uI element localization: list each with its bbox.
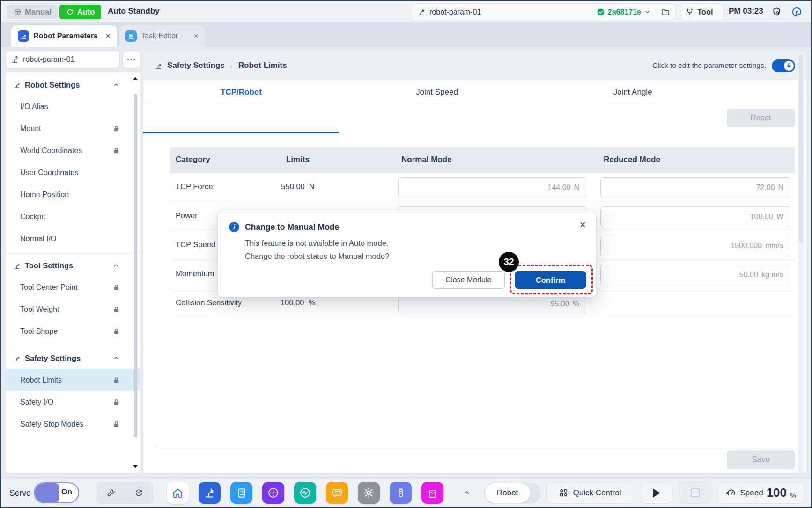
save-button[interactable]: Save	[727, 450, 795, 469]
divider	[155, 447, 795, 447]
lock-icon	[113, 398, 120, 405]
chevron-up-icon[interactable]	[112, 81, 120, 88]
robot-arm-icon	[13, 262, 21, 270]
home-icon[interactable]	[167, 482, 189, 504]
breadcrumb-section[interactable]: Safety Settings	[167, 61, 225, 70]
table-header-row: Category Limits Normal Mode Reduced Mode	[170, 147, 795, 173]
version-dropdown[interactable]: 2a68171e	[597, 8, 651, 16]
table-row-tcp-force: TCP Force550.00N144.00N72.00N	[170, 173, 795, 202]
gripper-tool-icon	[686, 8, 694, 16]
log-chat-icon[interactable]	[326, 482, 348, 504]
section-divider	[6, 252, 140, 252]
sidebar-section-robot-settings[interactable]: Robot Settings	[6, 74, 140, 96]
robot-param-selector[interactable]: robot-param-01 2a68171e	[412, 3, 675, 21]
sidebar-item-world-coordinates[interactable]: World Coordinates	[6, 140, 140, 162]
shield-user-icon[interactable]	[771, 7, 782, 17]
sidebar-item-cockpit[interactable]: Cockpit	[6, 206, 140, 228]
sidebar-item-mount[interactable]: Mount	[6, 118, 140, 140]
main-scrollbar[interactable]	[798, 51, 804, 473]
swirl-network-icon[interactable]	[791, 7, 802, 17]
info-icon: i	[229, 222, 239, 232]
tool-button-label: Tool	[697, 7, 713, 16]
lock-icon	[113, 125, 120, 132]
sidebar-item-home-position[interactable]: Home Position	[6, 184, 140, 206]
sidebar-section-tool-settings[interactable]: Tool Settings	[6, 255, 140, 276]
collapse-dock-icon[interactable]	[462, 488, 471, 497]
tool-button[interactable]: Tool	[680, 3, 723, 21]
steering-manual-icon	[14, 8, 22, 16]
section-divider	[6, 345, 140, 345]
monitoring-wave-icon[interactable]	[294, 482, 316, 504]
manual-mode-button[interactable]: Manual	[7, 5, 58, 19]
sidebar-scrollbar[interactable]	[133, 72, 139, 473]
scroll-up-icon[interactable]	[133, 77, 138, 80]
dialog-message-line1: This feature is not available in Auto mo…	[245, 239, 388, 248]
scrollbar-thumb[interactable]	[799, 55, 803, 242]
tab-joint-angle[interactable]: Joint Angle	[535, 80, 731, 104]
reduced-mode-input[interactable]: 50.00kg.m/s	[600, 265, 790, 285]
robot-arm-icon	[155, 61, 163, 70]
settings-gear-icon[interactable]	[358, 482, 380, 504]
sidebar-item-tool-shape[interactable]: Tool Shape	[6, 320, 140, 342]
play-button[interactable]	[641, 482, 672, 504]
robot-selector-active[interactable]: Robot	[485, 483, 530, 503]
sidebar-section-safety-settings[interactable]: Safety Settings	[6, 347, 140, 369]
stop-button[interactable]	[679, 482, 711, 504]
close-tab-icon[interactable]: ×	[105, 31, 111, 41]
sidebar-item-label: Home Position	[20, 191, 69, 199]
col-header-category: Category	[176, 155, 210, 164]
auto-mode-button[interactable]: Auto	[59, 5, 102, 19]
tab-tcp-robot[interactable]: TCP/Robot	[143, 80, 339, 104]
jog-move-button[interactable]	[125, 482, 153, 503]
edit-lock-toggle[interactable]	[772, 59, 795, 72]
sidebar-item-safety-i-o[interactable]: Safety I/O	[6, 391, 140, 413]
breadcrumb: Safety Settings › Robot Limits Click to …	[143, 51, 806, 80]
jog-target-icon	[134, 488, 144, 498]
robot-parameters-tab-icon	[18, 30, 29, 42]
task-doc-icon[interactable]	[230, 482, 252, 504]
quick-control-button[interactable]: Quick Control	[546, 482, 633, 504]
close-module-button[interactable]: Close Module	[432, 271, 505, 289]
jog-crosshair-icon[interactable]	[262, 482, 284, 504]
ellipsis-icon: ···	[127, 55, 136, 64]
sidebar-item-i-o-alias[interactable]: I/O Alias	[6, 96, 140, 118]
speed-control[interactable]: Speed 100 %	[717, 482, 805, 504]
chevron-up-icon[interactable]	[112, 262, 120, 269]
store-bag-icon[interactable]	[421, 482, 443, 504]
folder-icon[interactable]	[661, 7, 670, 17]
reset-button[interactable]: Reset	[727, 109, 795, 127]
category-cell: Power	[176, 211, 198, 220]
reduced-mode-input[interactable]: 72.00N	[600, 177, 790, 198]
robot-selector-switch[interactable]: Robot	[484, 483, 540, 503]
tab-joint-speed[interactable]: Joint Speed	[339, 80, 535, 104]
chevron-up-icon[interactable]	[112, 354, 120, 362]
normal-mode-input[interactable]: 144.00N	[398, 177, 586, 198]
tab-label: Task Editor	[141, 32, 178, 40]
tab-robot-parameters[interactable]: Robot Parameters ×	[11, 25, 117, 47]
servo-toggle[interactable]: On	[34, 482, 79, 503]
remote-control-icon[interactable]	[390, 482, 412, 504]
param-name-field[interactable]: robot-param-01	[6, 51, 120, 68]
breadcrumb-page: Robot Limits	[238, 61, 287, 70]
col-header-normal-mode: Normal Mode	[401, 155, 452, 164]
sidebar-item-user-coordinates[interactable]: User Coordinates	[6, 162, 140, 184]
sidebar-item-label: Mount	[20, 125, 41, 133]
sidebar-item-tool-weight[interactable]: Tool Weight	[6, 298, 140, 320]
more-options-button[interactable]: ···	[123, 51, 140, 68]
tab-label: Robot Parameters	[33, 32, 98, 40]
sidebar-item-robot-limits[interactable]: Robot Limits	[6, 369, 140, 391]
wrench-button[interactable]	[97, 482, 125, 503]
robot-app-icon[interactable]	[199, 482, 221, 504]
close-dialog-icon[interactable]: ×	[580, 219, 586, 231]
sidebar-item-safety-stop-modes[interactable]: Safety Stop Modes	[6, 413, 140, 435]
tab-task-editor[interactable]: Task Editor ×	[119, 25, 205, 47]
robot-arm-icon	[417, 7, 426, 16]
reduced-mode-input[interactable]: 1500.000mm/s	[600, 236, 790, 256]
sidebar-item-tool-center-point[interactable]: Tool Center Point	[6, 276, 140, 298]
scroll-down-icon[interactable]	[133, 465, 138, 468]
sidebar-item-normal-i-o[interactable]: Normal I/O	[6, 228, 140, 250]
selected-param-name: robot-param-01	[429, 8, 597, 16]
reduced-mode-input[interactable]: 100.00W	[600, 206, 790, 227]
close-tab-icon[interactable]: ×	[193, 31, 199, 41]
scrollbar-thumb[interactable]	[134, 94, 137, 437]
